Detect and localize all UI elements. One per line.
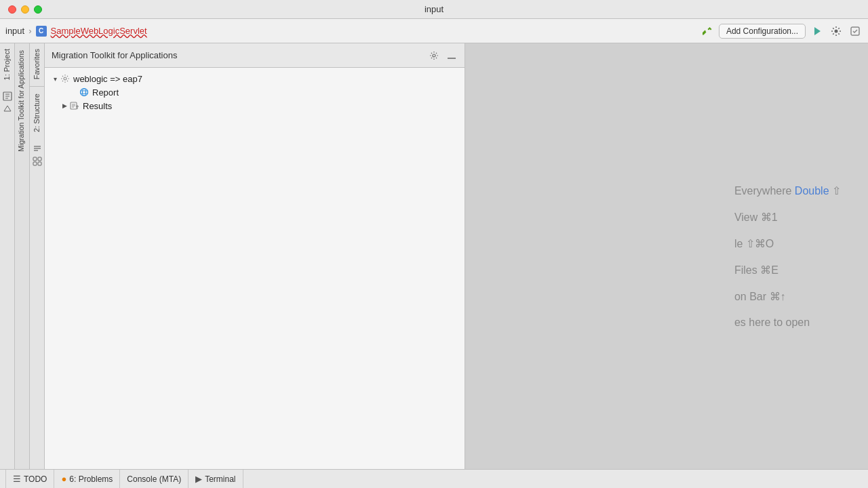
shortcut-prefix-6: es here to open xyxy=(734,317,810,328)
project-tab-col: 1: Project xyxy=(0,43,15,469)
shortcut-line-2: View ⌘1 xyxy=(734,211,778,224)
tree-results-label: Results xyxy=(83,101,112,111)
svg-point-1 xyxy=(835,29,838,33)
tree-report-label: Report xyxy=(92,87,119,98)
shortcut-key-2: ⌘1 xyxy=(761,211,778,223)
shortcut-line-6: es here to open xyxy=(734,317,810,329)
structure-number: 2: xyxy=(33,124,41,132)
status-todo[interactable]: ☰ TODO xyxy=(5,470,54,488)
tree-root-label: weblogic => eap7 xyxy=(73,74,142,84)
todo-label: TODO xyxy=(24,474,47,484)
settings-button[interactable] xyxy=(829,24,844,39)
shortcut-line-3: le ⇧⌘O xyxy=(734,237,774,250)
tree-results-item[interactable]: ▶ Results xyxy=(45,99,465,113)
svg-rect-11 xyxy=(38,157,41,161)
nav-separator: › xyxy=(28,26,31,36)
structure-icons xyxy=(32,140,43,169)
nav-bar: input › C SampleWebLogicServlet Add Conf… xyxy=(0,19,868,43)
mta-tab-col: Migration Toolkit for Applications xyxy=(15,43,30,469)
console-label: Console (MTA) xyxy=(127,474,181,484)
minimize-button[interactable] xyxy=(21,5,29,14)
panel-settings-button[interactable] xyxy=(428,49,440,62)
right-content: Everywhere Double ⇧ View ⌘1 le ⇧⌘O Files… xyxy=(465,43,868,469)
svg-point-14 xyxy=(433,54,435,57)
structure-icon-2[interactable] xyxy=(32,156,43,167)
status-console[interactable]: Console (MTA) xyxy=(120,470,189,488)
project-icon-1[interactable] xyxy=(2,91,13,102)
todo-icon: ☰ xyxy=(13,474,21,484)
nav-class-name[interactable]: SampleWebLogicServlet xyxy=(51,26,147,36)
title-bar: input xyxy=(0,0,868,19)
left-tabs: 1: Project Migration Toolkit for Applica… xyxy=(0,43,45,469)
problems-label: 6: Problems xyxy=(69,474,113,484)
svg-point-18 xyxy=(83,89,86,96)
status-problems[interactable]: ● 6: Problems xyxy=(54,470,120,488)
shortcut-line-5: on Bar ⌘↑ xyxy=(734,290,786,303)
svg-marker-0 xyxy=(814,27,821,35)
svg-rect-13 xyxy=(38,162,41,165)
tree-root-arrow[interactable]: ▾ xyxy=(50,74,60,83)
shortcut-prefix-4: Files xyxy=(734,264,760,276)
shortcut-prefix-5: on Bar xyxy=(734,291,770,302)
structure-tab[interactable]: 2: Structure xyxy=(30,88,44,138)
terminal-label: Terminal xyxy=(205,474,235,484)
run-config-icon[interactable] xyxy=(698,23,715,39)
tree-area: ▾ weblogic => eap7 xyxy=(45,68,465,469)
mta-tab[interactable]: Migration Toolkit for Applications xyxy=(15,43,29,159)
traffic-lights xyxy=(8,5,42,14)
window-title: input xyxy=(425,4,443,14)
maximize-button[interactable] xyxy=(34,5,42,14)
svg-rect-10 xyxy=(33,157,37,161)
project-tab-label: Project xyxy=(3,49,11,72)
project-tab[interactable]: 1: Project xyxy=(0,43,14,85)
shortcut-key-4: ⌘E xyxy=(760,264,778,276)
status-terminal[interactable]: ▶ Terminal xyxy=(189,470,243,488)
tree-root-icon xyxy=(60,73,71,84)
structure-label: Structure xyxy=(33,94,41,124)
panel-area: Migration Toolkit for Applications ▾ xyxy=(45,43,465,469)
nav-project-label[interactable]: input xyxy=(5,26,24,36)
shortcut-hints: Everywhere Double ⇧ View ⌘1 le ⇧⌘O Files… xyxy=(734,184,841,329)
panel-minimize-button[interactable] xyxy=(446,51,458,60)
status-bar: ☰ TODO ● 6: Problems Console (MTA) ▶ Ter… xyxy=(0,469,868,488)
svg-point-17 xyxy=(81,89,88,96)
svg-rect-12 xyxy=(33,162,37,165)
shortcut-prefix-3: le xyxy=(734,238,746,249)
project-tab-number: 1: xyxy=(3,72,11,80)
shortcut-key-3: ⇧⌘O xyxy=(746,238,774,249)
tree-root-item[interactable]: ▾ weblogic => eap7 xyxy=(45,72,465,85)
add-configuration-button[interactable]: Add Configuration... xyxy=(719,24,806,39)
tree-report-icon xyxy=(79,87,90,98)
structure-tab-col: Favorites 2: Structure xyxy=(30,43,45,469)
panel-header: Migration Toolkit for Applications xyxy=(45,43,465,68)
structure-icon[interactable] xyxy=(32,143,43,154)
svg-point-16 xyxy=(64,77,66,80)
run-button[interactable] xyxy=(810,24,825,39)
shortcut-prefix-1: Everywhere xyxy=(734,185,795,197)
project-icon-2[interactable] xyxy=(2,104,13,115)
shortcut-suffix-1: ⇧ xyxy=(829,185,841,197)
tab-divider xyxy=(30,86,44,87)
problems-icon: ● xyxy=(61,474,66,484)
shortcut-line-1: Everywhere Double ⇧ xyxy=(734,184,841,197)
terminal-icon: ▶ xyxy=(195,474,202,484)
coverage-button[interactable] xyxy=(848,24,863,39)
panel-title: Migration Toolkit for Applications xyxy=(52,50,422,60)
shortcut-key-5: ⌘↑ xyxy=(770,291,786,302)
shortcut-link-1[interactable]: Double xyxy=(795,185,829,197)
shortcut-prefix-2: View xyxy=(734,211,761,223)
shortcut-line-4: Files ⌘E xyxy=(734,264,778,277)
favorites-tab-label: Favorites xyxy=(33,49,41,79)
tree-results-icon xyxy=(69,100,80,111)
favorites-tab[interactable]: Favorites xyxy=(30,43,44,85)
class-icon: C xyxy=(36,26,47,37)
tree-results-arrow[interactable]: ▶ xyxy=(60,101,69,110)
close-button[interactable] xyxy=(8,5,16,14)
tree-report-item[interactable]: Report xyxy=(45,85,465,99)
project-tab-icons xyxy=(2,88,13,117)
main-content: 1: Project Migration Toolkit for Applica… xyxy=(0,43,868,469)
